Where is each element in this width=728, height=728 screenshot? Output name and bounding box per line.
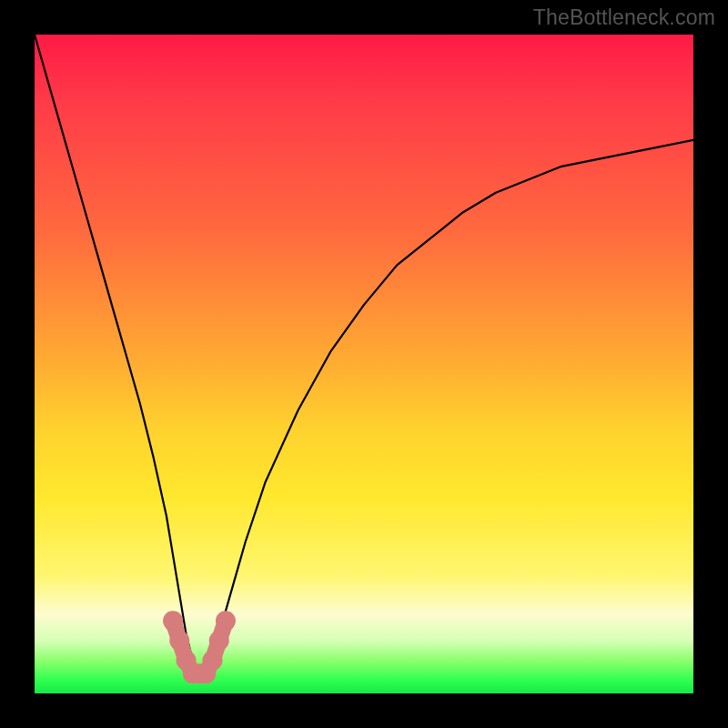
valley-dot — [163, 611, 183, 631]
valley-dot — [169, 631, 189, 651]
valley-dot — [202, 651, 222, 671]
bottleneck-curve — [35, 35, 693, 673]
valley-dots — [163, 611, 236, 683]
valley-dot — [209, 631, 229, 651]
plot-area — [35, 35, 693, 693]
chart-container: TheBottleneck.com — [0, 0, 728, 728]
valley-dot — [216, 611, 236, 631]
watermark-text: TheBottleneck.com — [533, 5, 715, 30]
plot-svg — [35, 35, 693, 693]
